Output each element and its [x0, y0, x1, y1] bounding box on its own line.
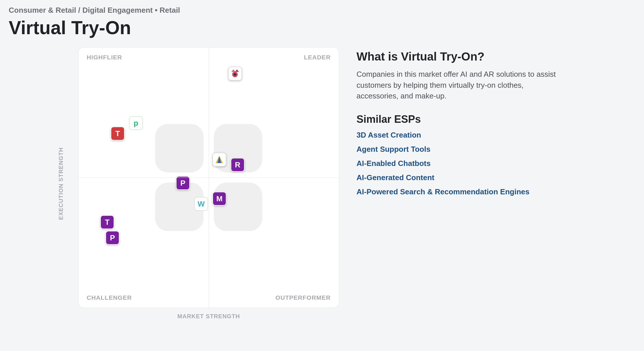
- company-point[interactable]: M: [212, 192, 226, 206]
- quadrant-label-outperformer: OUTPERFORMER: [276, 294, 331, 301]
- company-point[interactable]: p: [129, 116, 143, 130]
- similar-esps-list: 3D Asset CreationAgent Support ToolsAI-E…: [356, 131, 565, 196]
- x-axis-label: MARKET STRENGTH: [78, 313, 339, 320]
- quadrant-label-challenger: CHALLENGER: [87, 294, 132, 301]
- breadcrumb[interactable]: Consumer & Retail / Digital Engagement •…: [9, 6, 635, 15]
- company-point[interactable]: P: [105, 231, 119, 245]
- sidebar-heading: What is Virtual Try-On?: [356, 50, 565, 63]
- sidebar: What is Virtual Try-On? Companies in thi…: [356, 47, 565, 320]
- sidebar-description: Companies in this market offer AI and AR…: [356, 69, 565, 102]
- company-point[interactable]: R: [231, 158, 245, 172]
- quadrant-label-highflier: HIGHFLIER: [87, 54, 122, 61]
- similar-esp-link[interactable]: Agent Support Tools: [356, 145, 430, 153]
- quadrant-label-leader: LEADER: [304, 54, 331, 61]
- similar-esp-item: AI-Powered Search & Recommendation Engin…: [356, 187, 565, 196]
- svg-rect-3: [214, 183, 262, 231]
- similar-esps-heading: Similar ESPs: [356, 113, 565, 125]
- company-point[interactable]: T: [111, 127, 125, 140]
- similar-esp-link[interactable]: AI-Generated Content: [356, 173, 434, 182]
- similar-esp-link[interactable]: 3D Asset Creation: [356, 131, 421, 139]
- company-point[interactable]: [212, 153, 226, 167]
- y-axis-label: EXECUTION STRENGTH: [58, 147, 64, 220]
- page-title: Virtual Try-On: [9, 17, 635, 39]
- similar-esp-link[interactable]: AI-Powered Search & Recommendation Engin…: [356, 187, 530, 196]
- similar-esp-item: Agent Support Tools: [356, 145, 565, 154]
- svg-rect-0: [155, 124, 203, 172]
- company-point[interactable]: W: [194, 197, 208, 211]
- company-point[interactable]: P: [176, 176, 190, 190]
- quadrant-plot-area: HIGHFLIER LEADER CHALLENGER OUTPERFORMER…: [78, 47, 339, 308]
- similar-esp-item: AI-Enabled Chatbots: [356, 159, 565, 168]
- quadrant-chart: EXECUTION STRENGTH HIGHFLIER LEADER CHAL…: [9, 47, 339, 320]
- similar-esp-item: AI-Generated Content: [356, 173, 565, 182]
- similar-esp-item: 3D Asset Creation: [356, 131, 565, 140]
- similar-esp-link[interactable]: AI-Enabled Chatbots: [356, 159, 431, 168]
- company-point[interactable]: [228, 67, 242, 81]
- company-point[interactable]: T: [100, 215, 114, 229]
- watermark-logo: [145, 114, 272, 241]
- svg-point-5: [234, 73, 237, 76]
